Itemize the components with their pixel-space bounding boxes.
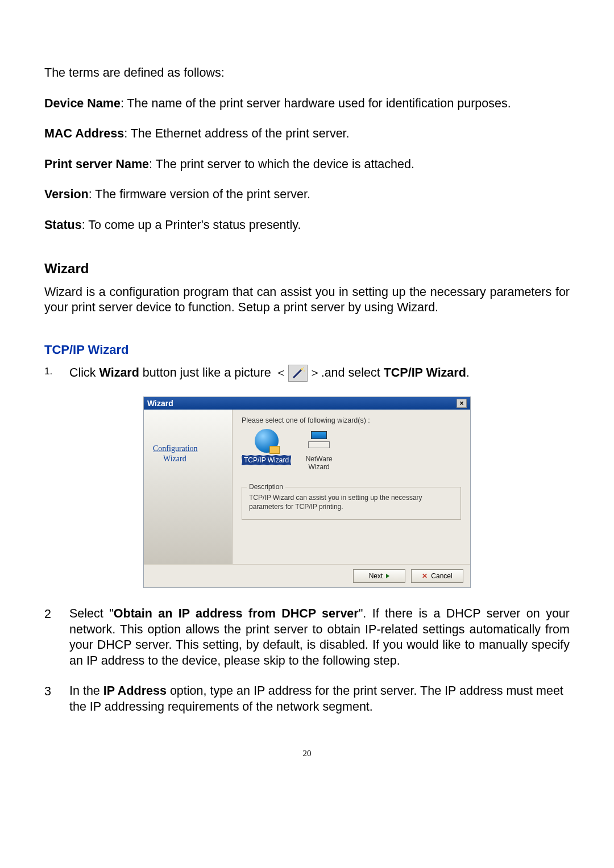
svg-point-2 <box>303 368 304 369</box>
def-label: MAC Address <box>44 127 124 140</box>
page-number: 20 <box>44 749 570 758</box>
wizard-option-netware-l2: Wizard <box>304 463 334 471</box>
x-icon: ✕ <box>422 572 428 580</box>
svg-point-1 <box>301 368 303 370</box>
step3-pre: In the <box>69 684 103 698</box>
intro-line: The terms are defined as follows: <box>44 65 570 81</box>
step-number: 3 <box>44 683 57 715</box>
step1-pre: Click <box>69 366 99 379</box>
def-version: Version: The firmware version of the pri… <box>44 187 570 203</box>
next-button[interactable]: Next <box>353 569 405 583</box>
wizard-footer: Next ✕ Cancel <box>144 564 470 587</box>
wizard-option-tcpip-label: TCP/IP Wizard <box>242 455 291 465</box>
def-text: : The Ethernet address of the print serv… <box>124 127 349 140</box>
cancel-button[interactable]: ✕ Cancel <box>411 569 463 583</box>
wizard-description-box: Description TCP/IP Wizard can assist you… <box>242 487 461 520</box>
wizard-description-legend: Description <box>247 483 285 491</box>
step1-mid: button just like a picture ＜ <box>139 366 287 379</box>
wizard-option-netware[interactable]: NetWare Wizard <box>304 429 334 471</box>
tcpip-wizard-heading: TCP/IP Wizard <box>44 342 570 358</box>
wizard-dialog: Wizard × Configuration Wizard Please sel… <box>143 397 471 588</box>
document-page: The terms are defined as follows: Device… <box>0 0 614 792</box>
def-text: : The print server to which the device i… <box>149 157 414 171</box>
wand-icon <box>288 365 308 382</box>
wizard-paragraph: Wizard is a configuration program that c… <box>44 285 570 316</box>
step2-pre: Select " <box>69 607 114 620</box>
step1-wizard-bold: Wizard <box>99 366 139 379</box>
def-mac: MAC Address: The Ethernet address of the… <box>44 126 570 142</box>
wizard-side-line2: Wizard <box>153 454 186 463</box>
globe-icon <box>255 429 279 453</box>
def-text: : The name of the print server hardware … <box>121 97 511 110</box>
def-label: Version <box>44 187 89 201</box>
wizard-description-text: TCP/IP Wizard can assist you in setting … <box>249 493 454 511</box>
wizard-prompt: Please select one of following wizard(s)… <box>242 416 461 424</box>
step-3: 3 In the IP Address option, type an IP a… <box>44 683 570 715</box>
def-status: Status: To come up a Printer's status pr… <box>44 218 570 233</box>
wizard-option-tcpip[interactable]: TCP/IP Wizard <box>242 429 291 471</box>
step1-tail: . <box>466 366 470 379</box>
arrow-right-icon <box>386 572 389 580</box>
close-icon[interactable]: × <box>457 399 467 408</box>
wizard-titlebar: Wizard × <box>144 397 470 410</box>
def-label: Print server Name <box>44 157 149 171</box>
def-label: Status <box>44 218 82 232</box>
cancel-button-label: Cancel <box>431 572 452 580</box>
svg-point-3 <box>304 370 305 372</box>
step1-mid2: ＞.and select <box>309 366 384 379</box>
wizard-side-line1: Configuration <box>153 444 198 453</box>
def-psn: Print server Name: The print server to w… <box>44 157 570 173</box>
step-number: 2 <box>44 606 57 669</box>
step1-tcpip-bold: TCP/IP Wizard <box>384 366 466 379</box>
def-text: : To come up a Printer's status presentl… <box>82 218 301 232</box>
wizard-sidebar: Configuration Wizard <box>144 410 233 564</box>
step-2: 2 Select "Obtain an IP address from DHCP… <box>44 606 570 669</box>
def-label: Device Name <box>44 97 121 110</box>
step-1: 1. Click Wizard button just like a pictu… <box>44 365 570 382</box>
step-number: 1. <box>44 365 57 382</box>
wizard-title: Wizard <box>147 399 173 408</box>
step3-bold: IP Address <box>103 684 167 698</box>
svg-line-0 <box>293 370 301 378</box>
next-button-label: Next <box>369 572 383 580</box>
wizard-option-netware-l1: NetWare <box>304 455 334 463</box>
wizard-heading: Wizard <box>44 260 570 278</box>
step2-bold: Obtain an IP address from DHCP server <box>114 607 359 620</box>
def-device-name: Device Name: The name of the print serve… <box>44 96 570 112</box>
netware-icon <box>306 431 332 450</box>
wizard-main: Please select one of following wizard(s)… <box>233 410 470 564</box>
def-text: : The firmware version of the print serv… <box>89 187 310 201</box>
